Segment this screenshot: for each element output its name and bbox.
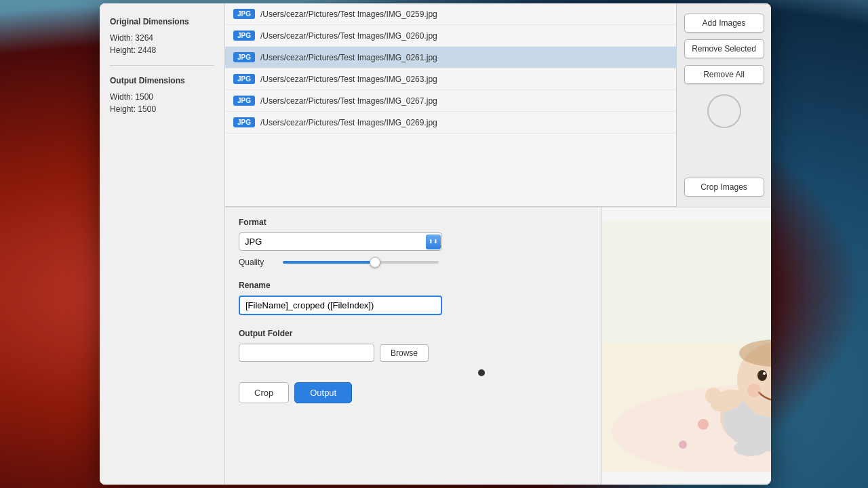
quality-label: Quality — [239, 258, 276, 267]
file-list-item[interactable]: JPG/Users/cezar/Pictures/Test Images/IMG… — [225, 68, 676, 90]
quality-slider[interactable] — [283, 261, 439, 264]
file-list-item[interactable]: JPG/Users/cezar/Pictures/Test Images/IMG… — [225, 90, 676, 112]
file-path-label: /Users/cezar/Pictures/Test Images/IMG_02… — [260, 118, 437, 127]
browse-button[interactable]: Browse — [380, 344, 429, 362]
photo-container — [601, 221, 771, 472]
bottom-area: Format JPG PNG TIFF Quality — [225, 207, 771, 485]
divider — [110, 65, 214, 66]
quality-row: Quality — [239, 258, 587, 267]
output-button[interactable]: Output — [294, 382, 352, 403]
output-folder-section: Output Folder Browse — [239, 329, 587, 362]
file-list-item[interactable]: JPG/Users/cezar/Pictures/Test Images/IMG… — [225, 3, 676, 25]
output-dimensions-title: Output Dimensions — [110, 76, 214, 85]
svg-point-19 — [763, 372, 766, 375]
file-list-item[interactable]: JPG/Users/cezar/Pictures/Test Images/IMG… — [225, 112, 676, 134]
file-list-panel: JPG/Users/cezar/Pictures/Test Images/IMG… — [225, 3, 676, 207]
original-height: Height: 2448 — [110, 45, 214, 55]
jpg-badge: JPG — [233, 9, 255, 19]
file-path-label: /Users/cezar/Pictures/Test Images/IMG_02… — [260, 75, 437, 84]
main-content: Original Dimensions Width: 3264 Height: … — [100, 3, 771, 485]
baby-photo-svg — [601, 221, 771, 472]
bottom-buttons: Crop Output — [239, 382, 587, 403]
image-preview — [601, 207, 771, 485]
output-folder-label: Output Folder — [239, 329, 587, 338]
right-panel: Add Images Remove Selected Remove All Cr… — [676, 3, 771, 207]
original-width: Width: 3264 — [110, 33, 214, 43]
jpg-badge: JPG — [233, 117, 255, 127]
remove-selected-button[interactable]: Remove Selected — [684, 39, 764, 58]
app-window: Original Dimensions Width: 3264 Height: … — [100, 3, 771, 485]
remove-all-button[interactable]: Remove All — [684, 65, 764, 84]
svg-point-26 — [705, 388, 722, 404]
svg-point-12 — [679, 441, 687, 449]
file-path-label: /Users/cezar/Pictures/Test Images/IMG_02… — [260, 96, 437, 106]
jpg-badge: JPG — [233, 96, 255, 106]
output-folder-row: Browse — [239, 344, 587, 362]
output-width: Width: 1500 — [110, 92, 214, 102]
rename-input[interactable] — [239, 296, 442, 315]
file-list-item[interactable]: JPG/Users/cezar/Pictures/Test Images/IMG… — [225, 25, 676, 47]
file-path-label: /Users/cezar/Pictures/Test Images/IMG_02… — [260, 53, 437, 62]
left-panel: Original Dimensions Width: 3264 Height: … — [100, 3, 225, 485]
bottom-left: Format JPG PNG TIFF Quality — [225, 207, 601, 485]
crop-button[interactable]: Crop — [239, 382, 289, 403]
output-height: Height: 1500 — [110, 104, 214, 114]
format-select[interactable]: JPG PNG TIFF — [239, 232, 442, 251]
crop-images-button[interactable]: Crop Images — [684, 178, 764, 197]
rename-label: Rename — [239, 281, 587, 290]
file-list-scroll[interactable]: JPG/Users/cezar/Pictures/Test Images/IMG… — [225, 3, 676, 207]
jpg-badge: JPG — [233, 74, 255, 84]
progress-circle — [707, 94, 741, 128]
svg-point-29 — [734, 440, 768, 456]
file-path-label: /Users/cezar/Pictures/Test Images/IMG_02… — [260, 9, 437, 19]
rename-section: Rename — [239, 281, 587, 315]
svg-point-17 — [757, 370, 767, 381]
folder-path-input[interactable] — [239, 344, 374, 362]
format-section: Format JPG PNG TIFF Quality — [239, 218, 587, 267]
format-label: Format — [239, 218, 587, 227]
format-select-wrapper: JPG PNG TIFF — [239, 232, 442, 251]
add-images-button[interactable]: Add Images — [684, 14, 764, 33]
file-list-item[interactable]: JPG/Users/cezar/Pictures/Test Images/IMG… — [225, 47, 676, 68]
svg-point-22 — [747, 384, 761, 397]
jpg-badge: JPG — [233, 30, 255, 41]
svg-rect-1 — [601, 221, 771, 343]
file-path-label: /Users/cezar/Pictures/Test Images/IMG_02… — [260, 31, 437, 41]
original-dimensions-title: Original Dimensions — [110, 17, 214, 26]
svg-point-8 — [698, 419, 709, 430]
jpg-badge: JPG — [233, 52, 255, 62]
top-section: JPG/Users/cezar/Pictures/Test Images/IMG… — [225, 3, 771, 207]
